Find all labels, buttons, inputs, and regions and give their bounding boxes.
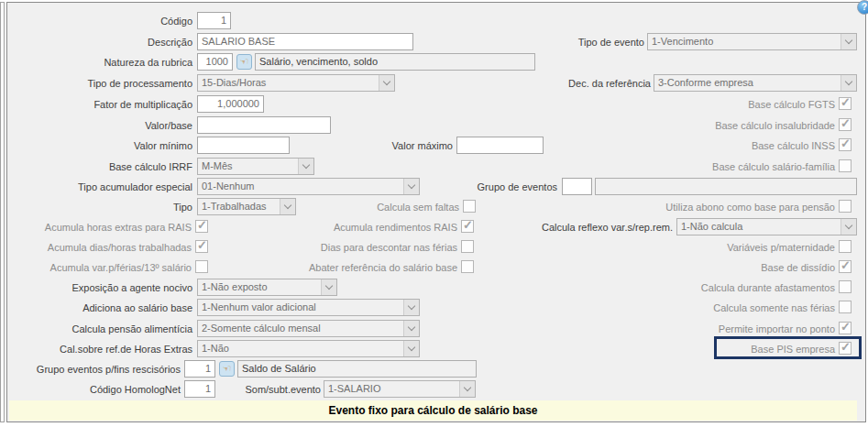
dias-descontar-checkbox[interactable] [461,240,474,253]
base-pis-checkbox[interactable] [839,342,852,355]
chevron-down-icon [459,381,475,397]
pensao-select[interactable]: 2-Somente cálculo mensal [197,320,420,337]
calcula-sem-faltas-checkbox[interactable] [463,200,476,213]
natureza-lookup-button[interactable]: ☜ [236,54,252,70]
tipo-processamento-label: Tipo de processamento [7,75,192,92]
help-icon[interactable]: ? [857,0,868,15]
grupo-rescisorios-lookup-button[interactable]: ☜ [219,361,235,377]
acumula-rend-rais-label: Acumula rendimentos RAIS [266,219,457,235]
acumula-horas-rais-checkbox[interactable] [195,220,208,233]
homolognet-label: Código HomologNet [7,381,181,398]
base-inss-label: Base cálculo INSS [587,137,835,154]
exposicao-label: Exposição a agente nocivo [7,279,192,296]
fator-label: Fator de multiplicação [7,96,192,113]
dec-referencia-select[interactable]: 3-Conforme empresa [654,74,857,92]
adiciona-label: Adiciona ao salário base [7,300,192,316]
grupo-rescisorios-code-input[interactable]: 1 [184,360,215,378]
tipo-evento-value: 1-Vencimento [652,36,713,47]
vertical-splitter[interactable] [0,2,5,422]
valor-base-input[interactable] [197,116,331,134]
natureza-code-input[interactable]: 1000 [197,53,233,71]
grupo-eventos-desc-field [595,178,857,195]
calcula-afastamentos-label: Calcula durante afastamentos [587,279,835,296]
permite-importar-checkbox[interactable] [839,322,852,334]
acumula-var-ferias-checkbox[interactable] [195,260,208,273]
base-dissidio-label: Base de dissídio [587,259,835,276]
homolognet-input[interactable]: 1 [184,380,215,398]
grupo-eventos-code-input[interactable] [562,178,592,195]
tipo-acumulador-label: Tipo acumulador especial [7,179,192,195]
som-subt-select[interactable]: 1-SALARIO [324,380,476,398]
tipo-label: Tipo [7,199,192,215]
event-form-window: ? Código 1 Descrição SALARIO BASE Tipo d… [0,0,868,427]
fator-input[interactable]: 1,000000 [197,95,264,113]
adiciona-value: 1-Nenhum valor adicional [202,301,316,312]
abater-referencia-checkbox[interactable] [461,260,474,273]
descricao-input[interactable]: SALARIO BASE [197,33,413,50]
tipo-acumulador-select[interactable]: 01-Nenhum [197,178,420,195]
chevron-down-icon [280,199,295,214]
hand-pointer-icon: ☜ [240,56,249,67]
horas-extras-label: Cal.sobre ref.de Horas Extras [7,341,192,357]
calcula-afastamentos-checkbox[interactable] [839,280,852,293]
natureza-desc-field: Salário, vencimento, soldo [255,53,535,71]
base-irrf-value: M-Mês [202,160,233,171]
grupo-eventos-label: Grupo de eventos [422,179,557,195]
natureza-label: Natureza da rubrica [7,54,192,71]
tipo-evento-label: Tipo de evento [504,34,644,50]
base-inss-checkbox[interactable] [839,138,852,151]
dec-referencia-value: 3-Conforme empresa [658,77,753,88]
dias-descontar-label: Dias para descontar nas férias [266,239,457,256]
tipo-value: 1-Trabalhadas [202,201,267,212]
chevron-down-icon [403,300,419,315]
chevron-down-icon [841,219,856,235]
base-irrf-select[interactable]: M-Mês [197,158,314,175]
permite-importar-label: Permite importar no ponto [587,321,835,337]
adiciona-select[interactable]: 1-Nenhum valor adicional [197,299,420,316]
acumula-dias-horas-checkbox[interactable] [195,240,208,253]
base-insalubridade-checkbox[interactable] [839,118,852,131]
descricao-label: Descrição [7,34,192,50]
base-fgts-checkbox[interactable] [839,97,852,110]
valor-maximo-label: Valor máximo [348,137,453,154]
base-insalubridade-label: Base cálculo insalubridade [587,117,835,134]
horas-extras-value: 1-Não [202,343,229,354]
valor-minimo-label: Valor mínimo [7,137,192,154]
chevron-down-icon [403,321,419,336]
variaveis-maternidade-checkbox[interactable] [839,240,852,253]
grupo-rescisorios-label: Grupo eventos p/fins rescisórios [7,361,181,378]
grupo-rescisorios-desc-field: Saldo de Salário [237,360,477,378]
chevron-down-icon [379,75,394,91]
tipo-acumulador-value: 01-Nenhum [202,181,254,192]
base-pis-label: Base PIS empresa [587,341,835,357]
pensao-value: 2-Somente cálculo mensal [202,323,321,334]
tipo-evento-select[interactable]: 1-Vencimento [647,33,857,50]
tipo-processamento-select[interactable]: 15-Dias/Horas [197,74,395,92]
calcula-somente-ferias-label: Calcula somente nas férias [587,300,835,316]
base-salario-familia-checkbox[interactable] [839,159,852,172]
tipo-select[interactable]: 1-Trabalhadas [197,198,296,215]
exposicao-select[interactable]: 1-Não exposto [197,279,337,296]
valor-maximo-input[interactable] [456,137,544,154]
acumula-rend-rais-checkbox[interactable] [461,220,474,233]
acumula-var-ferias-label: Acumula var.p/férias/13º salário [7,259,192,276]
horas-extras-select[interactable]: 1-Não [197,340,420,357]
acumula-horas-rais-label: Acumula horas extras para RAIS [7,219,192,235]
valor-base-label: Valor/base [7,117,192,134]
calcula-reflexo-select[interactable]: 1-Não calcula [676,218,857,235]
exposicao-value: 1-Não exposto [202,281,268,292]
valor-minimo-input[interactable] [197,137,290,154]
chevron-down-icon [403,341,419,356]
base-dissidio-checkbox[interactable] [839,260,852,273]
codigo-input[interactable]: 1 [197,12,231,29]
hand-pointer-icon: ☜ [223,363,232,374]
acumula-dias-horas-label: Acumula dias/horas trabalhadas [7,239,192,256]
abater-referencia-label: Abater referência do salário base [266,259,457,276]
chevron-down-icon [403,179,419,194]
calcula-somente-ferias-checkbox[interactable] [839,301,852,313]
tipo-processamento-value: 15-Dias/Horas [202,77,266,88]
chevron-down-icon [841,75,856,91]
variaveis-maternidade-label: Variáveis p/maternidade [587,239,835,256]
dec-referencia-label: Dec. da referência [504,75,651,92]
utiliza-abono-checkbox[interactable] [839,200,852,213]
